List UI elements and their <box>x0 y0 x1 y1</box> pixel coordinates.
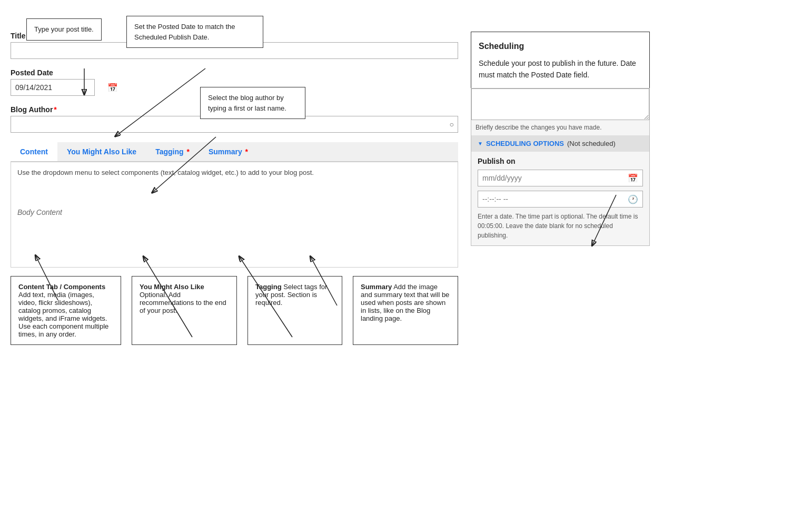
revision-note-textarea[interactable] <box>471 88 649 120</box>
content-tab-title: Content Tab / Components <box>18 283 105 291</box>
scheduling-options-status: (Not scheduled) <box>567 140 616 147</box>
callout-date-hint: Set the Posted Date to match the Schedul… <box>126 16 263 48</box>
scheduling-options-title: SCHEDULING OPTIONS <box>486 140 564 147</box>
publish-date-input[interactable] <box>482 174 623 182</box>
tab-hint: Use the dropdown menu to select componen… <box>17 169 451 176</box>
body-content-label: Body Content <box>17 208 451 216</box>
sidebar: Scheduling Schedule your post to publish… <box>471 32 650 345</box>
date-input-wrapper[interactable]: 📅 <box>11 79 95 96</box>
scheduling-panel: Briefly describe the changes you have ma… <box>471 88 650 246</box>
callout-you-might-also-like: You Might Also Like Optional. Add recomm… <box>132 276 237 345</box>
callout-tagging: Tagging Select tags for your post. Secti… <box>247 276 342 345</box>
tab-content[interactable]: Content <box>11 142 57 161</box>
author-required-star: * <box>54 105 56 114</box>
author-search-icon: ○ <box>450 120 454 129</box>
you-might-also-like-body: Optional. Add recommendations to the end… <box>140 291 226 314</box>
callout-title-hint: Type your post title. <box>26 18 102 41</box>
publish-date-input-wrapper[interactable]: 📅 <box>478 170 643 186</box>
you-might-also-like-title: You Might Also Like <box>140 283 204 291</box>
calendar-icon[interactable]: 📅 <box>107 83 118 93</box>
callout-summary: Summary Add the image and summary text t… <box>353 276 458 345</box>
posted-date-label: Posted Date <box>11 68 458 77</box>
tab-summary[interactable]: Summary * <box>199 142 258 161</box>
scheduling-options-header[interactable]: ▼ SCHEDULING OPTIONS (Not scheduled) <box>471 135 649 152</box>
revision-hint: Briefly describe the changes you have ma… <box>471 122 649 135</box>
schedule-hint: Enter a date. The time part is optional.… <box>478 212 643 240</box>
scheduling-options-body: Publish on 📅 🕐 Enter a date. The time pa… <box>471 152 649 245</box>
tagging-title: Tagging <box>255 283 282 291</box>
publish-on-label: Publish on <box>478 157 643 165</box>
summary-required-star: * <box>245 147 248 156</box>
publish-time-input[interactable] <box>482 195 623 203</box>
main-content-area: Title* Posted Date 📅 Blog Author* <box>11 32 458 345</box>
scheduling-tooltip-body: Schedule your post to publish in the fut… <box>479 59 636 79</box>
tabs-bar: Content You Might Also Like Tagging * Su… <box>11 142 458 162</box>
content-tab-body: Add text, media (images, video, flickr s… <box>18 291 108 338</box>
date-input[interactable] <box>15 83 107 92</box>
summary-title: Summary <box>361 283 392 291</box>
callout-content-tab: Content Tab / Components Add text, media… <box>11 276 121 345</box>
tab-tagging[interactable]: Tagging * <box>146 142 199 161</box>
tab-you-might-also-like[interactable]: You Might Also Like <box>57 142 146 161</box>
scheduling-tooltip: Scheduling Schedule your post to publish… <box>471 32 650 88</box>
callout-author-hint: Select the blog author by typing a first… <box>200 87 305 119</box>
scheduling-tooltip-title: Scheduling <box>479 40 642 53</box>
triangle-icon: ▼ <box>478 141 483 146</box>
publish-date-calendar-icon[interactable]: 📅 <box>628 173 638 183</box>
tab-content-area: Use the dropdown menu to select componen… <box>11 162 458 268</box>
tagging-required-star: * <box>186 147 189 156</box>
publish-time-input-wrapper[interactable]: 🕐 <box>478 191 643 208</box>
publish-time-clock-icon[interactable]: 🕐 <box>628 194 638 204</box>
